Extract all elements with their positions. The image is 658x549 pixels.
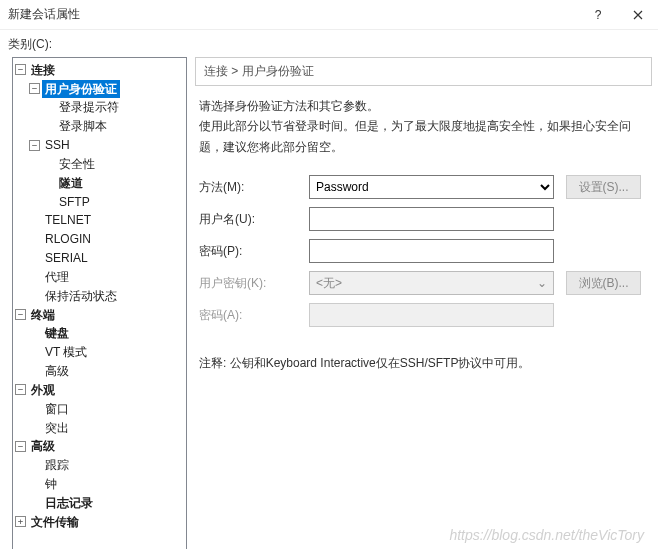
userkey-select: <无> ⌄ bbox=[309, 271, 554, 295]
expand-icon[interactable]: − bbox=[15, 441, 26, 452]
username-label: 用户名(U): bbox=[199, 212, 255, 226]
note-text: 注释: 公钥和Keyboard Interactive仅在SSH/SFTP协议中… bbox=[195, 331, 652, 372]
expand-icon[interactable]: − bbox=[15, 64, 26, 75]
window-controls: ? bbox=[578, 0, 658, 30]
settings-button[interactable]: 设置(S)... bbox=[566, 175, 641, 199]
passphrase-input bbox=[309, 303, 554, 327]
tree-highlight[interactable]: 突出 bbox=[42, 419, 72, 437]
tree-advanced[interactable]: 高级 bbox=[28, 437, 58, 455]
tree-ssh[interactable]: SSH bbox=[42, 136, 73, 154]
password-label: 密码(P): bbox=[199, 244, 242, 258]
tree-rlogin[interactable]: RLOGIN bbox=[42, 230, 94, 248]
tree-connection[interactable]: 连接 bbox=[28, 61, 58, 79]
window-title: 新建会话属性 bbox=[8, 6, 80, 23]
category-label: 类别(C): bbox=[0, 30, 658, 57]
description: 请选择身份验证方法和其它参数。 使用此部分以节省登录时间。但是，为了最大限度地提… bbox=[195, 96, 652, 171]
tree-serial[interactable]: SERIAL bbox=[42, 249, 91, 267]
browse-button[interactable]: 浏览(B)... bbox=[566, 271, 641, 295]
expand-icon[interactable]: + bbox=[15, 516, 26, 527]
close-icon bbox=[633, 10, 643, 20]
tree-security[interactable]: 安全性 bbox=[56, 155, 98, 173]
help-button[interactable]: ? bbox=[578, 0, 618, 30]
titlebar: 新建会话属性 ? bbox=[0, 0, 658, 30]
desc-line2: 使用此部分以节省登录时间。但是，为了最大限度地提高安全性，如果担心安全问题，建议… bbox=[199, 116, 648, 157]
tree-keyboard[interactable]: 键盘 bbox=[42, 324, 72, 342]
content-panel: 连接 > 用户身份验证 请选择身份验证方法和其它参数。 使用此部分以节省登录时间… bbox=[195, 57, 658, 549]
category-tree[interactable]: −连接 −用户身份验证 登录提示符 登录脚本 −SSH 安全性 隧道 bbox=[12, 57, 187, 549]
tree-auth[interactable]: 用户身份验证 bbox=[42, 80, 120, 98]
tree-tunnel[interactable]: 隧道 bbox=[56, 174, 86, 192]
expand-icon[interactable]: − bbox=[15, 309, 26, 320]
chevron-down-icon: ⌄ bbox=[537, 276, 547, 290]
tree-login-prompt[interactable]: 登录提示符 bbox=[56, 98, 122, 116]
password-label-wrap: 密码(P): bbox=[199, 243, 309, 260]
tree-filetransfer[interactable]: 文件传输 bbox=[28, 513, 82, 531]
tree-keepalive[interactable]: 保持活动状态 bbox=[42, 287, 120, 305]
tree-proxy[interactable]: 代理 bbox=[42, 268, 72, 286]
tree-logging[interactable]: 日志记录 bbox=[42, 494, 96, 512]
desc-line1: 请选择身份验证方法和其它参数。 bbox=[199, 96, 648, 116]
tree-window[interactable]: 窗口 bbox=[42, 400, 72, 418]
tree-vt[interactable]: VT 模式 bbox=[42, 343, 90, 361]
tree-advanced-term[interactable]: 高级 bbox=[42, 362, 72, 380]
close-button[interactable] bbox=[618, 0, 658, 30]
passphrase-label: 密码(A): bbox=[199, 307, 309, 324]
tree-login-script[interactable]: 登录脚本 bbox=[56, 117, 110, 135]
expand-icon[interactable]: − bbox=[15, 384, 26, 395]
tree-appearance[interactable]: 外观 bbox=[28, 381, 58, 399]
tree-sftp[interactable]: SFTP bbox=[56, 193, 93, 211]
tree-trace[interactable]: 跟踪 bbox=[42, 456, 72, 474]
tree-terminal[interactable]: 终端 bbox=[28, 306, 58, 324]
username-input[interactable] bbox=[309, 207, 554, 231]
expand-icon[interactable]: − bbox=[29, 83, 40, 94]
password-input[interactable] bbox=[309, 239, 554, 263]
userkey-label: 用户密钥(K): bbox=[199, 275, 309, 292]
method-label: 方法(M): bbox=[199, 179, 309, 196]
method-select[interactable]: Password bbox=[309, 175, 554, 199]
tree-telnet[interactable]: TELNET bbox=[42, 211, 94, 229]
tree-bell[interactable]: 钟 bbox=[42, 475, 60, 493]
username-label-wrap: 用户名(U): bbox=[199, 211, 309, 228]
breadcrumb: 连接 > 用户身份验证 bbox=[195, 57, 652, 86]
expand-icon[interactable]: − bbox=[29, 140, 40, 151]
